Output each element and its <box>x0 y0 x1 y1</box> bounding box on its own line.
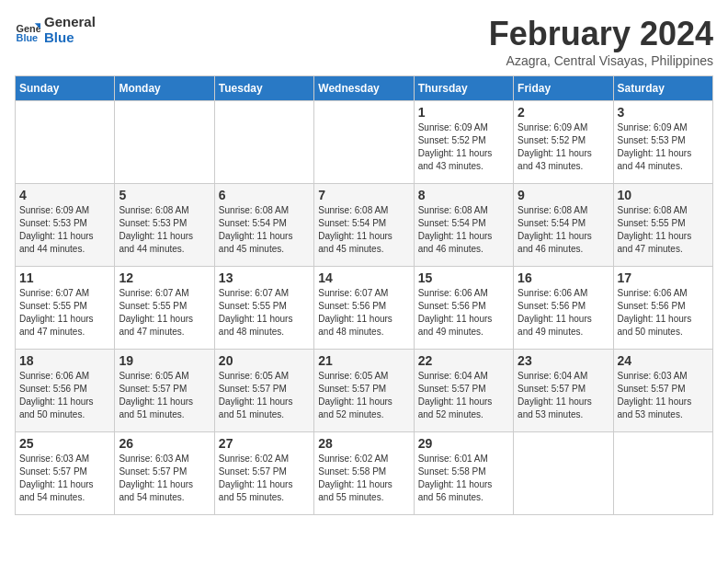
day-number: 19 <box>119 353 210 368</box>
day-info: Sunrise: 6:05 AMSunset: 5:57 PMDaylight:… <box>318 370 409 421</box>
day-info: Sunrise: 6:01 AMSunset: 5:58 PMDaylight:… <box>418 453 509 504</box>
day-number: 11 <box>19 270 110 285</box>
day-number: 26 <box>119 436 210 451</box>
day-info: Sunrise: 6:06 AMSunset: 5:56 PMDaylight:… <box>618 287 709 339</box>
day-number: 21 <box>318 353 409 368</box>
day-number: 13 <box>219 270 310 285</box>
day-cell: 17Sunrise: 6:06 AMSunset: 5:56 PMDayligh… <box>613 267 712 350</box>
day-number: 9 <box>518 188 609 202</box>
day-cell: 13Sunrise: 6:07 AMSunset: 5:55 PMDayligh… <box>214 267 313 350</box>
day-info: Sunrise: 6:06 AMSunset: 5:56 PMDaylight:… <box>418 287 509 339</box>
day-number: 12 <box>119 270 210 285</box>
day-cell: 5Sunrise: 6:08 AMSunset: 5:53 PMDaylight… <box>115 184 214 267</box>
day-number: 14 <box>318 270 409 285</box>
logo-line1: General <box>44 15 96 30</box>
header-cell-monday: Monday <box>115 76 214 101</box>
day-cell: 24Sunrise: 6:03 AMSunset: 5:57 PMDayligh… <box>613 350 712 432</box>
location: Azagra, Central Visayas, Philippines <box>489 53 713 68</box>
day-info: Sunrise: 6:07 AMSunset: 5:56 PMDaylight:… <box>318 287 409 339</box>
day-info: Sunrise: 6:03 AMSunset: 5:57 PMDaylight:… <box>119 453 210 504</box>
day-number: 29 <box>418 436 509 451</box>
day-info: Sunrise: 6:06 AMSunset: 5:56 PMDaylight:… <box>518 287 609 339</box>
header-cell-sunday: Sunday <box>16 76 115 101</box>
week-row-4: 18Sunrise: 6:06 AMSunset: 5:56 PMDayligh… <box>16 350 713 432</box>
day-info: Sunrise: 6:09 AMSunset: 5:53 PMDaylight:… <box>19 204 110 256</box>
day-info: Sunrise: 6:05 AMSunset: 5:57 PMDaylight:… <box>119 370 210 421</box>
week-row-1: 1Sunrise: 6:09 AMSunset: 5:52 PMDaylight… <box>16 101 713 184</box>
day-number: 20 <box>219 353 310 368</box>
day-cell: 28Sunrise: 6:02 AMSunset: 5:58 PMDayligh… <box>314 432 414 515</box>
day-cell: 4Sunrise: 6:09 AMSunset: 5:53 PMDaylight… <box>16 184 115 267</box>
day-cell: 22Sunrise: 6:04 AMSunset: 5:57 PMDayligh… <box>414 350 513 432</box>
day-number: 28 <box>318 436 409 451</box>
day-info: Sunrise: 6:09 AMSunset: 5:52 PMDaylight:… <box>518 121 609 173</box>
day-info: Sunrise: 6:08 AMSunset: 5:53 PMDaylight:… <box>119 204 210 256</box>
day-number: 2 <box>518 105 609 120</box>
week-row-5: 25Sunrise: 6:03 AMSunset: 5:57 PMDayligh… <box>16 432 713 515</box>
svg-text:Blue: Blue <box>17 32 39 43</box>
header-cell-saturday: Saturday <box>613 76 712 101</box>
header-cell-wednesday: Wednesday <box>314 76 414 101</box>
day-cell: 16Sunrise: 6:06 AMSunset: 5:56 PMDayligh… <box>514 267 613 350</box>
day-cell: 14Sunrise: 6:07 AMSunset: 5:56 PMDayligh… <box>314 267 414 350</box>
header: General Blue General Blue February 2024 … <box>15 15 713 68</box>
title-area: February 2024 Azagra, Central Visayas, P… <box>489 15 713 68</box>
day-number: 5 <box>119 188 210 202</box>
day-cell <box>16 101 115 184</box>
day-info: Sunrise: 6:06 AMSunset: 5:56 PMDaylight:… <box>19 370 110 421</box>
day-info: Sunrise: 6:07 AMSunset: 5:55 PMDaylight:… <box>19 287 110 339</box>
day-cell <box>314 101 414 184</box>
day-cell: 19Sunrise: 6:05 AMSunset: 5:57 PMDayligh… <box>115 350 214 432</box>
day-info: Sunrise: 6:03 AMSunset: 5:57 PMDaylight:… <box>618 370 709 421</box>
logo-icon: General Blue <box>15 17 40 43</box>
day-cell: 12Sunrise: 6:07 AMSunset: 5:55 PMDayligh… <box>115 267 214 350</box>
month-title: February 2024 <box>489 15 713 53</box>
day-number: 15 <box>418 270 509 285</box>
day-info: Sunrise: 6:08 AMSunset: 5:54 PMDaylight:… <box>418 204 509 256</box>
day-cell: 8Sunrise: 6:08 AMSunset: 5:54 PMDaylight… <box>414 184 513 267</box>
day-number: 10 <box>618 188 709 202</box>
day-info: Sunrise: 6:09 AMSunset: 5:52 PMDaylight:… <box>418 121 509 173</box>
day-cell: 9Sunrise: 6:08 AMSunset: 5:54 PMDaylight… <box>514 184 613 267</box>
day-cell: 15Sunrise: 6:06 AMSunset: 5:56 PMDayligh… <box>414 267 513 350</box>
day-info: Sunrise: 6:04 AMSunset: 5:57 PMDaylight:… <box>418 370 509 421</box>
day-info: Sunrise: 6:03 AMSunset: 5:57 PMDaylight:… <box>19 453 110 504</box>
day-cell: 2Sunrise: 6:09 AMSunset: 5:52 PMDaylight… <box>514 101 613 184</box>
logo: General Blue General Blue <box>15 15 96 45</box>
day-cell <box>514 432 613 515</box>
day-number: 1 <box>418 105 509 120</box>
day-number: 18 <box>19 353 110 368</box>
calendar-table: SundayMondayTuesdayWednesdayThursdayFrid… <box>15 75 713 515</box>
day-cell: 6Sunrise: 6:08 AMSunset: 5:54 PMDaylight… <box>214 184 313 267</box>
day-cell: 20Sunrise: 6:05 AMSunset: 5:57 PMDayligh… <box>214 350 313 432</box>
day-info: Sunrise: 6:08 AMSunset: 5:54 PMDaylight:… <box>518 204 609 256</box>
day-cell: 7Sunrise: 6:08 AMSunset: 5:54 PMDaylight… <box>314 184 414 267</box>
day-info: Sunrise: 6:04 AMSunset: 5:57 PMDaylight:… <box>518 370 609 421</box>
header-cell-friday: Friday <box>514 76 613 101</box>
day-cell: 1Sunrise: 6:09 AMSunset: 5:52 PMDaylight… <box>414 101 513 184</box>
week-row-2: 4Sunrise: 6:09 AMSunset: 5:53 PMDaylight… <box>16 184 713 267</box>
day-info: Sunrise: 6:08 AMSunset: 5:54 PMDaylight:… <box>318 204 409 256</box>
day-info: Sunrise: 6:05 AMSunset: 5:57 PMDaylight:… <box>219 370 310 421</box>
calendar-header-row: SundayMondayTuesdayWednesdayThursdayFrid… <box>16 76 713 101</box>
day-info: Sunrise: 6:07 AMSunset: 5:55 PMDaylight:… <box>119 287 210 339</box>
header-cell-thursday: Thursday <box>414 76 513 101</box>
day-number: 24 <box>618 353 709 368</box>
header-cell-tuesday: Tuesday <box>214 76 313 101</box>
week-row-3: 11Sunrise: 6:07 AMSunset: 5:55 PMDayligh… <box>16 267 713 350</box>
day-number: 23 <box>518 353 609 368</box>
day-number: 16 <box>518 270 609 285</box>
day-number: 17 <box>618 270 709 285</box>
day-cell: 23Sunrise: 6:04 AMSunset: 5:57 PMDayligh… <box>514 350 613 432</box>
day-cell: 29Sunrise: 6:01 AMSunset: 5:58 PMDayligh… <box>414 432 513 515</box>
day-number: 3 <box>618 105 709 120</box>
day-cell <box>115 101 214 184</box>
day-number: 8 <box>418 188 509 202</box>
day-info: Sunrise: 6:08 AMSunset: 5:54 PMDaylight:… <box>219 204 310 256</box>
day-number: 22 <box>418 353 509 368</box>
day-cell: 26Sunrise: 6:03 AMSunset: 5:57 PMDayligh… <box>115 432 214 515</box>
day-cell: 10Sunrise: 6:08 AMSunset: 5:55 PMDayligh… <box>613 184 712 267</box>
day-cell: 11Sunrise: 6:07 AMSunset: 5:55 PMDayligh… <box>16 267 115 350</box>
day-cell: 3Sunrise: 6:09 AMSunset: 5:53 PMDaylight… <box>613 101 712 184</box>
day-number: 27 <box>219 436 310 451</box>
